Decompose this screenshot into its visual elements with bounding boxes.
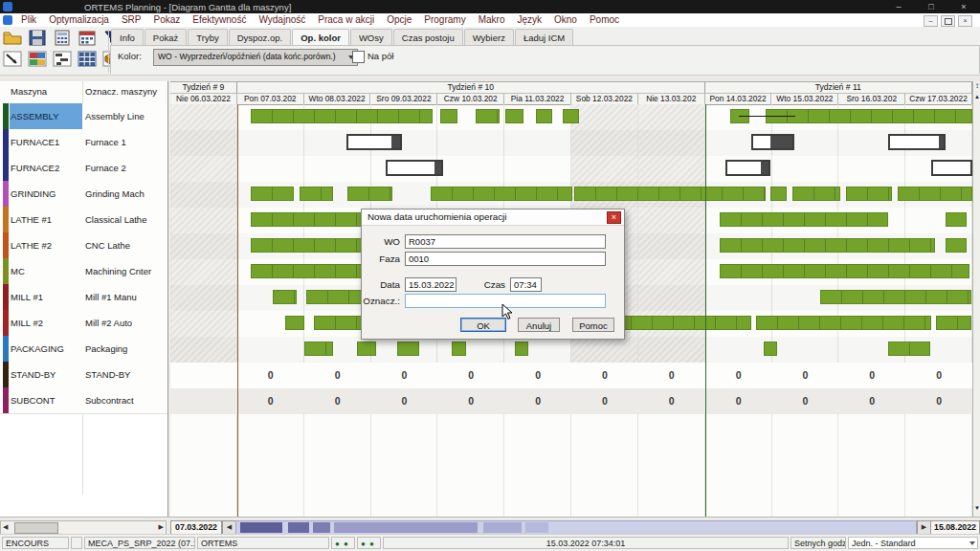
czas-field[interactable]: [510, 277, 542, 292]
scroll-left-icon[interactable]: ◀: [3, 521, 8, 533]
operation-bar[interactable]: [766, 109, 972, 123]
scroll-updown-icon[interactable]: ↕: [973, 81, 980, 90]
calculator-icon[interactable]: [53, 30, 72, 46]
planned-operation-bar[interactable]: [346, 134, 403, 150]
pointer-mode-icon[interactable]: [3, 51, 22, 67]
document-icon[interactable]: [3, 15, 12, 25]
menu-item-programy[interactable]: Programy: [424, 13, 465, 27]
cancel-button[interactable]: Anuluj: [518, 318, 560, 332]
operation-bar[interactable]: [764, 342, 777, 356]
ok-button[interactable]: OK: [460, 318, 506, 332]
machine-code[interactable]: LATHE #1: [11, 207, 81, 232]
machine-code[interactable]: FURNACE2: [11, 155, 81, 181]
machine-row[interactable]: LATHE #1Classical Lathe: [0, 207, 167, 233]
machine-table-hscrollbar[interactable]: ◀ ▶: [0, 520, 167, 535]
dialog-title-bar[interactable]: Nowa data uruchomienia operacji ×: [362, 209, 624, 226]
operation-bar[interactable]: [946, 212, 967, 227]
operation-bar[interactable]: [820, 290, 972, 304]
scrollbar-thumb[interactable]: [14, 522, 58, 534]
machine-row[interactable]: PACKAGINGPackaging: [0, 336, 167, 363]
planned-operation-bar[interactable]: [888, 134, 946, 150]
machine-row[interactable]: FURNACE1Furnace 1: [0, 129, 167, 156]
operation-bar[interactable]: [505, 109, 523, 123]
operation-bar[interactable]: [770, 187, 787, 201]
operation-bar[interactable]: [515, 342, 528, 356]
menu-item-plik[interactable]: Plik: [21, 13, 36, 27]
operation-bar[interactable]: [300, 187, 333, 201]
vertical-scrollbar[interactable]: ↕ ▲ ▼: [972, 81, 980, 517]
dialog-close-icon[interactable]: ×: [607, 211, 621, 224]
mdi-restore-icon[interactable]: [941, 15, 955, 27]
machine-code[interactable]: FURNACE1: [11, 129, 81, 155]
machine-row[interactable]: GRINDINGGrinding Mach: [0, 181, 167, 208]
operation-bar[interactable]: [936, 316, 971, 330]
menu-item-okno[interactable]: Okno: [554, 13, 577, 27]
operation-bar[interactable]: [898, 187, 972, 201]
menu-item-pokaz[interactable]: Pokaz: [154, 13, 181, 27]
menu-item-wydajno-[interactable]: Wydajność: [258, 13, 305, 27]
operation-bar[interactable]: [251, 109, 433, 123]
mdi-minimize-icon[interactable]: –: [924, 15, 938, 27]
faza-field[interactable]: [405, 252, 606, 266]
operation-bar[interactable]: [756, 316, 931, 330]
operation-bar[interactable]: [357, 342, 376, 356]
mdi-close-icon[interactable]: ×: [958, 15, 972, 27]
timeline-segment[interactable]: [525, 522, 548, 533]
operation-bar[interactable]: [347, 187, 392, 201]
close-icon[interactable]: ×: [951, 0, 976, 13]
planned-operation-bar[interactable]: [931, 160, 972, 176]
machine-row[interactable]: STAND-BYSTAND-BY: [0, 362, 167, 388]
calendar-calc-icon[interactable]: [78, 30, 97, 46]
timeline-segment[interactable]: [288, 522, 309, 533]
maximize-icon[interactable]: □: [919, 0, 944, 13]
operation-bar[interactable]: [285, 316, 304, 330]
timeline-segment[interactable]: [240, 522, 282, 533]
operation-bar[interactable]: [273, 290, 297, 304]
scroll-down-icon[interactable]: ▼: [973, 505, 980, 511]
tab-op-kolor[interactable]: Op. kolor: [292, 29, 349, 45]
operation-bar[interactable]: [251, 187, 294, 201]
operation-bar[interactable]: [720, 238, 935, 253]
open-file-icon[interactable]: [3, 30, 22, 46]
machine-code[interactable]: MILL #1: [11, 284, 81, 310]
scroll-right-icon[interactable]: ▶: [159, 521, 164, 533]
help-button[interactable]: Pomoc: [572, 318, 614, 332]
machine-code[interactable]: LATHE #2: [11, 232, 81, 258]
machine-code[interactable]: SUBCONT: [11, 387, 81, 413]
operation-bar[interactable]: [440, 109, 457, 123]
tab--aduj-icm[interactable]: Ładuj ICM: [515, 29, 573, 45]
machine-code[interactable]: PACKAGING: [11, 336, 81, 362]
planned-operation-bar[interactable]: [751, 134, 794, 150]
timeline-right-icon[interactable]: ▶: [917, 520, 931, 535]
data-field[interactable]: [405, 277, 457, 292]
operation-bar[interactable]: [397, 342, 419, 356]
operation-bar[interactable]: [946, 238, 967, 253]
color-grid-icon[interactable]: [28, 51, 47, 67]
tab-tryby[interactable]: Tryby: [188, 29, 227, 45]
color-mode-select[interactable]: WO - Wyprzedzeń/opóźnień (data końc.poró…: [153, 49, 358, 66]
tab-dyspoz-op-[interactable]: Dyspoz.op.: [229, 29, 292, 45]
wo-field[interactable]: [405, 234, 606, 249]
machine-row[interactable]: MILL #1Mill #1 Manu: [0, 284, 167, 311]
operation-bar[interactable]: [888, 342, 930, 356]
machine-row[interactable]: MILL #2Mill #2 Auto: [0, 310, 167, 337]
mini-gantt-icon[interactable]: [53, 51, 72, 67]
tab-wybierz[interactable]: Wybierz: [464, 29, 514, 45]
timeline-left-icon[interactable]: ◀: [222, 520, 236, 535]
grid-table-icon[interactable]: [78, 51, 97, 67]
menu-item-opcje[interactable]: Opcje: [387, 13, 412, 27]
machine-code[interactable]: MILL #2: [11, 310, 81, 336]
operation-bar[interactable]: [452, 342, 466, 356]
machine-row[interactable]: FURNACE2Furnace 2: [0, 155, 167, 182]
operation-bar[interactable]: [536, 109, 552, 123]
menu-item-praca-w-akcji[interactable]: Praca w akcji: [318, 13, 374, 27]
timeline-segment[interactable]: [313, 522, 330, 533]
timeline-segment[interactable]: [334, 522, 478, 533]
machine-code[interactable]: MC: [11, 258, 81, 284]
scroll-up-icon[interactable]: ▲: [973, 94, 980, 99]
menu-item-pomoc[interactable]: Pomoc: [590, 13, 619, 27]
machine-code[interactable]: ASSEMBLY: [10, 103, 82, 129]
menu-item-efektywno-[interactable]: Efektywność: [192, 13, 246, 27]
menu-item-j-zyk[interactable]: Język: [517, 13, 542, 27]
tab-czas-postoju[interactable]: Czas postoju: [393, 29, 463, 45]
